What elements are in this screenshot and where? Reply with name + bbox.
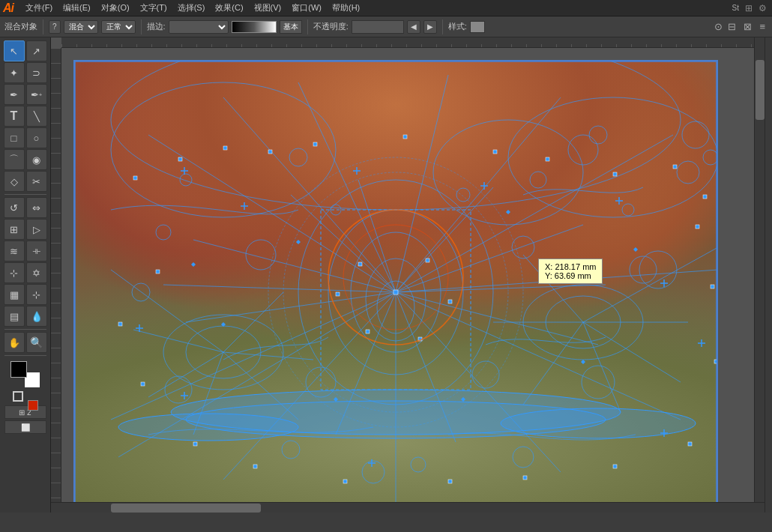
canvas-area[interactable]: .vp { stroke: #3399ff; stroke-width: 0.8… [51, 37, 765, 513]
zoom-circle-icon[interactable]: ⊙ [714, 21, 723, 32]
color-swatch-area [10, 361, 40, 402]
svg-point-67 [630, 256, 657, 283]
menu-type[interactable]: 文字(T) [136, 1, 172, 15]
menu-window[interactable]: 窗口(W) [287, 1, 326, 15]
rect-tool[interactable]: □ [4, 127, 25, 148]
menu-file[interactable]: 文件(F) [21, 1, 57, 15]
opacity-arrow-r[interactable]: ▶ [423, 20, 437, 34]
svg-rect-87 [448, 300, 452, 303]
svg-rect-95 [403, 135, 407, 139]
brush-tool[interactable]: ⌒ [4, 149, 25, 170]
none-swatch[interactable] [13, 391, 23, 402]
preset-label: 基本 [280, 20, 302, 34]
gradient-tool[interactable]: ▤ [4, 306, 25, 327]
svg-point-65 [677, 161, 699, 184]
more-icon[interactable]: ≡ [759, 21, 765, 32]
select-tool[interactable]: ↖ [4, 40, 25, 61]
menu-edit[interactable]: 编辑(E) [58, 1, 95, 15]
tool-sep-2 [4, 329, 46, 330]
red-swatch[interactable] [28, 400, 38, 411]
view-icon[interactable]: ⊞ [745, 3, 753, 13]
pen-tool[interactable]: ✒ [4, 84, 25, 105]
tool-row-2: ✦ ⊃ [4, 62, 47, 83]
type-tool[interactable]: T [4, 106, 25, 127]
sep-2 [141, 19, 142, 34]
svg-rect-100 [703, 195, 707, 199]
sep-4 [442, 19, 443, 34]
opacity-label: 不透明度: [313, 21, 349, 32]
scissors-tool[interactable]: ✂ [26, 171, 47, 192]
menu-help[interactable]: 帮助(H) [328, 1, 364, 15]
svg-point-59 [289, 148, 307, 166]
lasso-tool[interactable]: ⊃ [26, 62, 47, 83]
menu-select[interactable]: 选择(S) [173, 1, 210, 15]
reflect-tool[interactable]: ⇔ [26, 197, 47, 218]
svg-rect-90 [133, 176, 137, 180]
svg-line-16 [396, 75, 448, 292]
line-tool[interactable]: ╲ [26, 106, 47, 127]
ruler-horizontal [61, 37, 754, 48]
style-label: 样式: [448, 21, 467, 32]
free-transform-tool[interactable]: ⊹ [4, 262, 25, 283]
rotate-tool[interactable]: ↺ [4, 197, 25, 218]
ellipse-tool[interactable]: ○ [26, 127, 47, 148]
svg-marker-114 [191, 262, 196, 267]
blob-brush-tool[interactable]: ◉ [26, 149, 47, 170]
svg-rect-102 [118, 322, 122, 326]
style-swatch[interactable] [470, 21, 485, 33]
tool-row-10: ≋ ⟛ [4, 241, 47, 262]
scroll-thumb-horizontal[interactable] [111, 504, 261, 513]
svg-point-78 [703, 150, 718, 165]
hand-tool[interactable]: ✋ [4, 332, 25, 353]
shear-tool[interactable]: ▷ [26, 219, 47, 240]
panel-icons[interactable]: ⊠ [744, 21, 752, 32]
opacity-arrow-l[interactable]: ◀ [407, 20, 420, 34]
svg-rect-86 [336, 292, 340, 296]
warp-tool[interactable]: ≋ [4, 241, 25, 262]
eyedropper-tool[interactable]: 💧 [26, 306, 47, 327]
fg-swatch[interactable] [10, 361, 27, 378]
swatch-pair [10, 361, 40, 388]
settings-icon[interactable]: ⚙ [759, 3, 767, 13]
svg-rect-107 [448, 480, 452, 483]
opacity-input[interactable] [352, 20, 404, 34]
scroll-thumb-vertical[interactable] [756, 60, 765, 120]
add-anchor-tool[interactable]: ✒+ [26, 84, 47, 105]
right-panel [765, 37, 772, 513]
eraser-tool[interactable]: ◇ [4, 171, 25, 192]
svg-rect-92 [223, 146, 227, 150]
scrollbar-vertical[interactable] [754, 37, 765, 513]
zoom-tool[interactable]: 🔍 [26, 332, 47, 353]
scale-tool[interactable]: ⊞ [4, 219, 25, 240]
svg-point-79 [362, 461, 385, 483]
layers-btn[interactable]: ⊞ 2 [4, 405, 46, 419]
tool-sep-3 [4, 355, 46, 356]
menu-view[interactable]: 视图(V) [250, 1, 286, 15]
svg-point-72 [472, 361, 499, 388]
question-btn[interactable]: ? [49, 20, 61, 34]
svg-line-51 [523, 255, 583, 322]
expand-icon[interactable]: ⊟ [728, 21, 736, 32]
svg-point-3 [508, 97, 718, 217]
width-tool[interactable]: ⟛ [26, 241, 47, 262]
puppet-tool[interactable]: ✡ [26, 262, 47, 283]
mode-select-1[interactable]: 混合 [64, 20, 98, 34]
tool-row-3: ✒ ✒+ [4, 84, 47, 105]
direct-select-tool[interactable]: ↗ [26, 40, 47, 61]
artboard-btn[interactable]: ⬜ [4, 420, 46, 434]
tool-row-11: ⊹ ✡ [4, 262, 47, 283]
magic-wand-tool[interactable]: ✦ [4, 62, 25, 83]
tool-row-8: ↺ ⇔ [4, 197, 47, 218]
stroke-select[interactable] [169, 20, 229, 34]
menu-effect[interactable]: 效果(C) [211, 1, 247, 15]
svg-point-56 [118, 414, 298, 441]
tool-row-14: ✋ 🔍 [4, 332, 47, 353]
mesh-tool[interactable]: ⊹ [26, 284, 47, 305]
svg-line-18 [396, 135, 673, 292]
menu-object[interactable]: 对象(O) [97, 1, 134, 15]
stroke-preview [232, 21, 277, 33]
graph-tool[interactable]: ▦ [4, 284, 25, 305]
svg-point-73 [582, 366, 615, 399]
scrollbar-horizontal[interactable] [51, 502, 765, 513]
mode-select-2[interactable]: 正常 [101, 20, 136, 34]
